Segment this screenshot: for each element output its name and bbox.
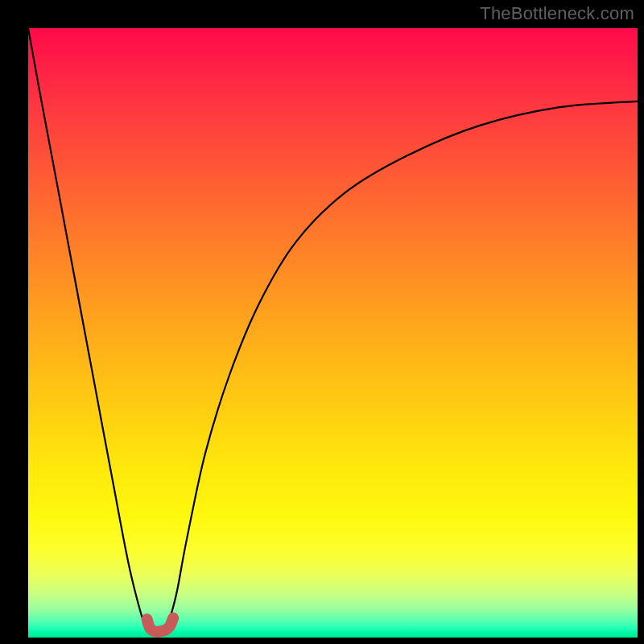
curve-layer: [28, 28, 638, 638]
watermark-text: TheBottleneck.com: [480, 3, 634, 24]
chart-frame: TheBottleneck.com: [0, 0, 644, 644]
bottom-marker: [147, 618, 174, 632]
bottleneck-curve: [28, 28, 638, 635]
plot-area: [28, 28, 638, 638]
